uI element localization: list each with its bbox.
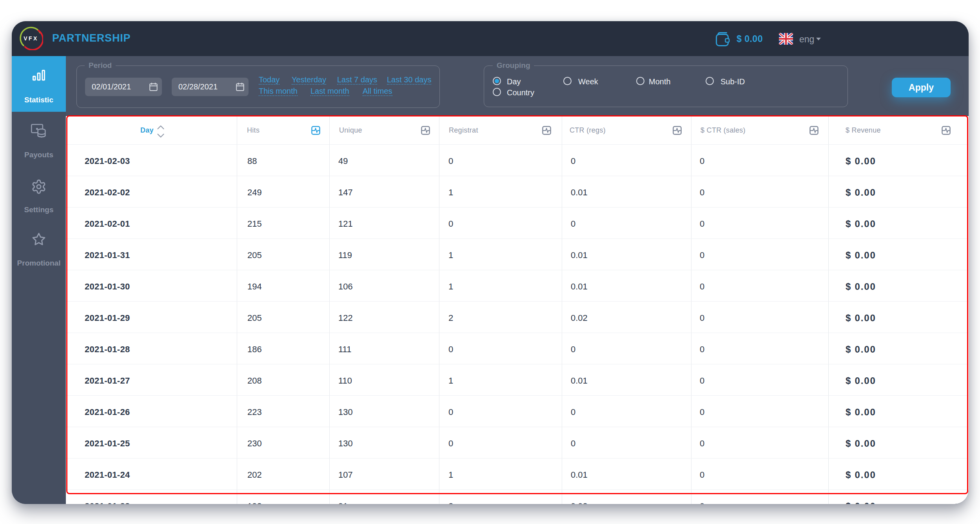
svg-text:VFX: VFX (24, 35, 38, 42)
